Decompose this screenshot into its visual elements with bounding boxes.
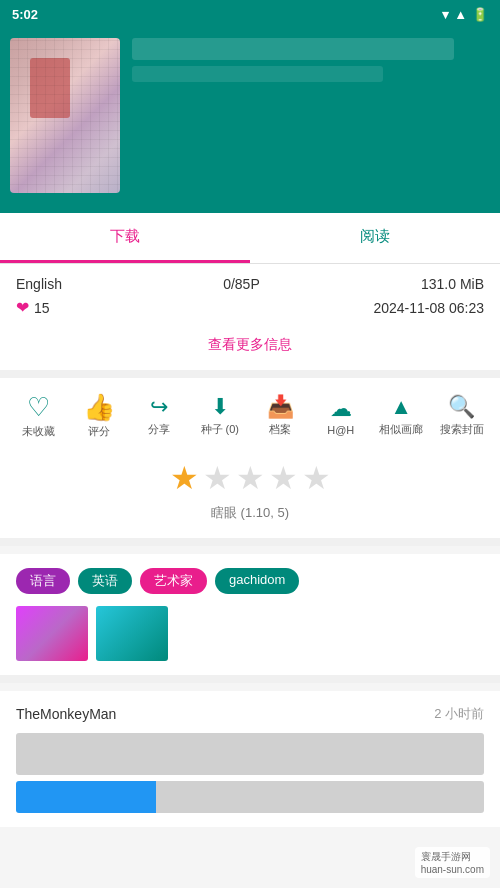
preview-thumb-1[interactable]	[16, 606, 88, 661]
action-hath[interactable]: ☁ H@H	[315, 398, 367, 436]
watermark: 寰晟手游网huan-sun.com	[415, 847, 490, 878]
tag-english[interactable]: 英语	[78, 568, 132, 594]
share-icon: ↪	[150, 396, 168, 418]
tag-gachidom[interactable]: gachidom	[215, 568, 299, 594]
star-2[interactable]: ★	[203, 459, 232, 497]
language-label: English	[16, 276, 62, 292]
info-row-2: ❤ 15 2024-11-08 06:23	[16, 298, 484, 317]
info-section: English 0/85P 131.0 MiB ❤ 15 2024-11-08 …	[0, 264, 500, 370]
signal-icon: ▲	[454, 7, 467, 22]
action-similar[interactable]: ▲ 相似画廊	[375, 396, 427, 437]
divider-2	[0, 538, 500, 546]
heart-icon: ❤	[16, 298, 29, 317]
preview-thumbs	[16, 606, 484, 661]
rating-label: 瞎眼 (1.10, 5)	[211, 505, 289, 520]
tag-language[interactable]: 语言	[16, 568, 70, 594]
info-row-1: English 0/85P 131.0 MiB	[16, 276, 484, 292]
action-share[interactable]: ↪ 分享	[133, 396, 185, 437]
hath-label: H@H	[327, 424, 354, 436]
tab-bar: 下载 阅读	[0, 213, 500, 264]
hero-section	[0, 28, 500, 213]
action-archive[interactable]: 📥 档案	[254, 396, 306, 437]
comment-section: TheMonkeyMan 2 小时前	[0, 691, 500, 827]
stars-row[interactable]: ★ ★ ★ ★ ★	[16, 459, 484, 497]
favorite-label: 未收藏	[22, 424, 55, 439]
preview-thumb-2[interactable]	[96, 606, 168, 661]
comment-time: 2 小时前	[434, 705, 484, 723]
battery-icon: 🔋	[472, 7, 488, 22]
hero-info	[132, 38, 490, 82]
rate-label: 评分	[88, 424, 110, 439]
star-1[interactable]: ★	[170, 459, 199, 497]
search-cover-icon: 🔍	[448, 396, 475, 418]
wifi-icon: ▾	[442, 7, 449, 22]
star-3[interactable]: ★	[236, 459, 265, 497]
tags-section: 语言 英语 艺术家 gachidom	[0, 554, 500, 675]
heart-outline-icon: ♡	[27, 394, 50, 420]
cloud-icon: ☁	[330, 398, 352, 420]
tab-read[interactable]: 阅读	[250, 213, 500, 263]
status-bar: 5:02 ▾ ▲ 🔋	[0, 0, 500, 28]
star-5[interactable]: ★	[302, 459, 331, 497]
commenter-name: TheMonkeyMan	[16, 706, 116, 722]
comment-image-blur	[16, 733, 484, 775]
like-number: 15	[34, 300, 50, 316]
pages-label: 0/85P	[223, 276, 260, 292]
date-label: 2024-11-08 06:23	[373, 300, 484, 316]
torrent-icon: ⬇	[211, 396, 229, 418]
more-info-link[interactable]: 查看更多信息	[208, 336, 292, 352]
comment-header: TheMonkeyMan 2 小时前	[16, 705, 484, 723]
like-count: ❤ 15	[16, 298, 50, 317]
action-search-cover[interactable]: 🔍 搜索封面	[436, 396, 488, 437]
gallery-thumbnail	[10, 38, 120, 193]
size-label: 131.0 MiB	[421, 276, 484, 292]
tag-artist[interactable]: 艺术家	[140, 568, 207, 594]
actions-section: ♡ 未收藏 👍 评分 ↪ 分享 ⬇ 种子 (0) 📥 档案 ☁ H@H ▲ 相似…	[0, 378, 500, 447]
similar-label: 相似画廊	[379, 422, 423, 437]
divider-3	[0, 675, 500, 683]
share-label: 分享	[148, 422, 170, 437]
tab-download[interactable]: 下载	[0, 213, 250, 263]
star-4[interactable]: ★	[269, 459, 298, 497]
search-cover-label: 搜索封面	[440, 422, 484, 437]
action-favorite[interactable]: ♡ 未收藏	[12, 394, 64, 439]
archive-icon: 📥	[267, 396, 294, 418]
similar-icon: ▲	[390, 396, 412, 418]
status-icons: ▾ ▲ 🔋	[442, 7, 488, 22]
action-torrent[interactable]: ⬇ 种子 (0)	[194, 396, 246, 437]
hero-subtitle-blur	[132, 66, 383, 82]
actions-grid: ♡ 未收藏 👍 评分 ↪ 分享 ⬇ 种子 (0) 📥 档案 ☁ H@H ▲ 相似…	[8, 394, 492, 439]
comment-image-blur-2	[16, 781, 484, 813]
rating-section: ★ ★ ★ ★ ★ 瞎眼 (1.10, 5)	[0, 447, 500, 538]
thumbsup-icon: 👍	[83, 394, 115, 420]
more-info-section: 查看更多信息	[16, 327, 484, 366]
archive-label: 档案	[269, 422, 291, 437]
status-time: 5:02	[12, 7, 38, 22]
divider-1	[0, 370, 500, 378]
hero-title-blur	[132, 38, 454, 60]
tags-row: 语言 英语 艺术家 gachidom	[16, 568, 484, 594]
torrent-label: 种子 (0)	[201, 422, 240, 437]
action-rate[interactable]: 👍 评分	[73, 394, 125, 439]
